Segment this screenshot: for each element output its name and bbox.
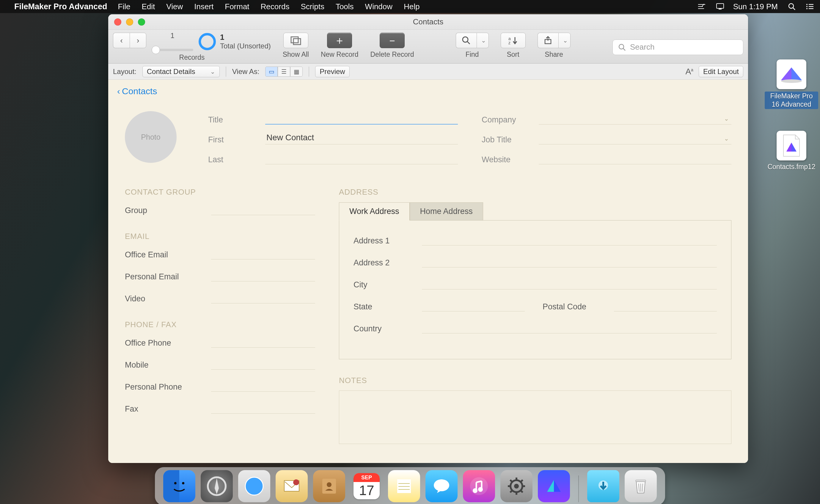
dock-messages[interactable] [426,470,458,502]
dock-contacts[interactable] [313,470,345,502]
menu-list-icon[interactable] [806,3,814,10]
share-button[interactable] [538,33,558,48]
video-field[interactable] [211,290,315,303]
last-name-field[interactable] [265,151,458,164]
contact-group-heading: CONTACT GROUP [125,188,315,197]
group-field[interactable] [211,202,315,215]
sort-button[interactable]: az [501,33,526,48]
dock-trash[interactable] [625,470,657,502]
group-label: Group [125,206,202,215]
menu-edit[interactable]: Edit [142,2,155,11]
app-menu[interactable]: FileMaker Pro Advanced [14,2,107,11]
dock-launchpad[interactable] [201,470,233,502]
record-slider[interactable] [152,49,193,51]
next-record-button[interactable]: › [130,33,146,48]
dock-notes[interactable] [388,470,420,502]
share-menu-button[interactable]: ⌄ [558,33,571,48]
contact-photo-placeholder[interactable]: Photo [125,111,177,163]
desktop-icon-filemaker-app[interactable]: FileMaker Pro 16 Advanced [765,59,818,109]
mobile-field[interactable] [211,357,315,370]
svg-point-36 [470,477,488,495]
title-field[interactable] [265,111,458,125]
menu-window[interactable]: Window [365,2,392,11]
dock-itunes[interactable] [463,470,495,502]
show-all-button[interactable] [283,33,308,48]
office-email-field[interactable] [211,246,315,259]
script-status-icon[interactable] [698,3,706,10]
svg-line-14 [468,42,470,44]
find-menu-button[interactable]: ⌄ [477,33,489,48]
back-to-contacts-link[interactable]: ‹ Contacts [108,80,748,99]
new-record-button[interactable]: ＋ [327,33,352,48]
address1-field[interactable] [422,232,717,245]
dock-filemaker[interactable] [538,470,570,502]
dock-downloads-folder[interactable] [587,470,619,502]
notes-field[interactable] [339,390,731,444]
svg-rect-0 [717,4,724,8]
first-name-field[interactable] [265,131,458,144]
window-titlebar[interactable]: Contacts [108,14,748,30]
personal-phone-field[interactable] [211,379,315,392]
view-as-table-icon[interactable]: ▦ [290,67,303,77]
svg-rect-54 [636,480,646,482]
menu-insert[interactable]: Insert [194,2,213,11]
tab-home-address[interactable]: Home Address [410,202,483,221]
city-field[interactable] [422,276,717,289]
desktop-icon-label: Contacts.fmp12 [765,163,818,171]
menu-format[interactable]: Format [225,2,249,11]
menu-help[interactable]: Help [404,2,420,11]
office-phone-field[interactable] [211,335,315,348]
filemaker-window: Contacts ‹ › 1 [108,14,748,463]
website-field[interactable] [539,151,731,164]
chevron-down-icon[interactable]: ⌄ [724,135,729,142]
view-as-list-icon[interactable]: ☰ [278,67,290,77]
dock-safari[interactable] [238,470,270,502]
personal-email-field[interactable] [211,268,315,281]
menu-tools[interactable]: Tools [336,2,354,11]
edit-layout-button[interactable]: Edit Layout [699,66,743,77]
record-current-number[interactable]: 1 [152,31,193,40]
records-pie-icon [199,33,216,50]
job-title-field[interactable] [539,131,731,144]
dock-system-preferences[interactable] [501,470,533,502]
fax-field[interactable] [211,401,315,414]
menubar-clock[interactable]: Sun 1:19 PM [733,2,778,11]
address2-field[interactable] [422,254,717,267]
menu-view[interactable]: View [166,2,183,11]
menu-records[interactable]: Records [261,2,289,11]
toolbar-search-input[interactable]: Search [613,40,743,55]
spotlight-icon[interactable] [788,3,796,10]
view-as-form-icon[interactable]: ▭ [265,67,278,77]
chevron-down-icon[interactable]: ⌄ [724,115,729,122]
svg-point-30 [327,482,331,487]
dock-mail[interactable] [276,470,308,502]
menu-scripts[interactable]: Scripts [300,2,324,11]
postal-field[interactable] [614,298,717,311]
title-label: Title [208,115,256,125]
toolbar: ‹ › 1 1 Total (Unsorted) [108,30,748,64]
delete-record-button[interactable]: － [380,33,404,48]
dock-finder[interactable] [163,470,195,502]
company-field[interactable] [539,111,731,125]
office-email-label: Office Email [125,250,202,259]
preview-button[interactable]: Preview [315,66,349,77]
prev-record-button[interactable]: ‹ [113,33,130,48]
layout-select[interactable]: Contact Details ⌄ [142,66,220,77]
menu-file[interactable]: File [118,2,130,11]
state-label: State [353,302,413,311]
dock-separator [578,475,579,502]
personal-phone-label: Personal Phone [125,382,202,392]
state-field[interactable] [422,298,525,311]
layout-content: ‹ Contacts Photo Title [108,80,748,463]
svg-point-35 [434,479,449,491]
personal-email-label: Personal Email [125,272,202,281]
show-all-label: Show All [283,51,309,59]
find-button[interactable] [456,33,477,48]
text-format-icon[interactable]: Aa [685,67,693,76]
country-field[interactable] [422,320,717,333]
tab-work-address[interactable]: Work Address [339,202,410,221]
svg-point-38 [473,488,478,493]
desktop-icon-contacts-file[interactable]: Contacts.fmp12 [765,131,818,171]
notification-center-icon[interactable] [716,3,724,10]
dock-calendar[interactable]: SEP 17 [350,470,382,502]
